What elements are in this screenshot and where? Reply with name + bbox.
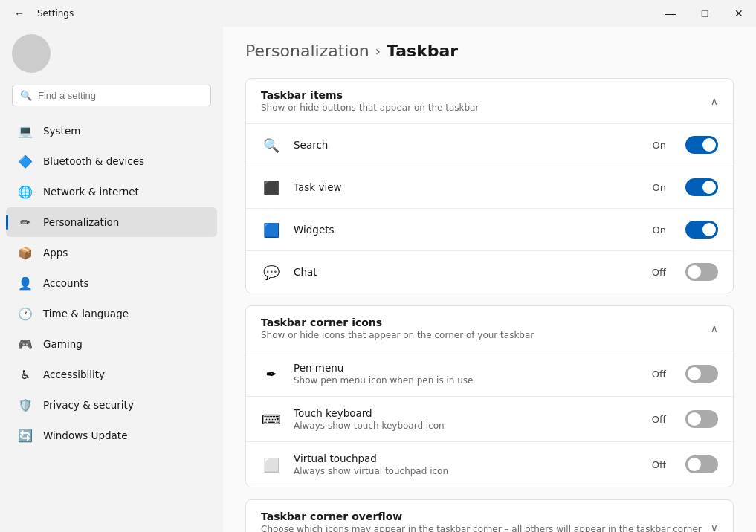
sidebar-item-personalization[interactable]: ✏️ Personalization — [6, 207, 217, 237]
toggle-chat[interactable] — [685, 263, 718, 281]
toggle-thumb-taskview — [702, 181, 716, 194]
toggle-thumb-touch-keyboard — [688, 412, 701, 426]
app-body: 🔍 💻 System 🔷 Bluetooth & devices 🌐 Netwo… — [0, 27, 756, 532]
setting-label-widgets: Widgets — [294, 224, 641, 236]
maximize-button[interactable]: □ — [688, 0, 722, 27]
setting-icon-widgets: 🟦 — [261, 219, 282, 240]
nav-label-time: Time & language — [43, 308, 129, 319]
nav-label-apps: Apps — [43, 247, 68, 259]
section-title-taskbar-corner-icons: Taskbar corner icons — [261, 317, 534, 328]
search-input[interactable] — [38, 90, 203, 101]
toggle-taskview[interactable] — [685, 178, 718, 196]
setting-label-virtual-touchpad: Virtual touchpad — [294, 452, 640, 464]
section-chevron-taskbar-corner-overflow: ∨ — [711, 522, 718, 532]
section-taskbar-corner-icons: Taskbar corner icons Show or hide icons … — [245, 305, 734, 487]
section-header-text-taskbar-corner-overflow: Taskbar corner overflow Choose which ico… — [261, 510, 711, 532]
section-chevron-taskbar-items: ∧ — [711, 95, 718, 107]
setting-label-touch-keyboard: Touch keyboard — [294, 407, 640, 419]
sidebar-item-privacy[interactable]: 🛡️ Privacy & security — [6, 390, 217, 420]
minimize-button[interactable]: — — [653, 0, 688, 27]
setting-status-search: On — [653, 140, 666, 151]
sidebar-item-accessibility[interactable]: ♿ Accessibility — [6, 360, 217, 389]
setting-status-virtual-touchpad: Off — [652, 459, 666, 470]
setting-text-touch-keyboard: Touch keyboard Always show touch keyboar… — [294, 407, 640, 431]
nav-label-update: Windows Update — [43, 429, 127, 441]
setting-label-search: Search — [294, 139, 641, 151]
section-subtitle-taskbar-items: Show or hide buttons that appear on the … — [261, 103, 479, 113]
section-header-text-taskbar-items: Taskbar items Show or hide buttons that … — [261, 89, 479, 113]
section-title-taskbar-items: Taskbar items — [261, 89, 479, 101]
setting-row-widgets: 🟦 Widgets On — [246, 208, 733, 250]
breadcrumb-separator: › — [375, 43, 381, 59]
setting-icon-chat: 💬 — [261, 262, 282, 282]
search-icon: 🔍 — [20, 90, 32, 101]
nav-icon-accessibility: ♿ — [18, 367, 33, 382]
toggle-virtual-touchpad[interactable] — [685, 455, 718, 473]
setting-sublabel-pen-menu: Show pen menu icon when pen is in use — [294, 375, 640, 386]
breadcrumb: Personalization › Taskbar — [245, 42, 734, 60]
section-title-taskbar-corner-overflow: Taskbar corner overflow — [261, 510, 711, 522]
section-header-taskbar-corner-overflow[interactable]: Taskbar corner overflow Choose which ico… — [246, 500, 733, 532]
sidebar-item-accounts[interactable]: 👤 Accounts — [6, 268, 217, 298]
search-box: 🔍 — [12, 85, 211, 106]
setting-text-virtual-touchpad: Virtual touchpad Always show virtual tou… — [294, 452, 640, 476]
nav-label-privacy: Privacy & security — [43, 399, 134, 411]
nav-icon-update: 🔄 — [18, 428, 33, 443]
sidebar-item-time[interactable]: 🕐 Time & language — [6, 299, 217, 328]
title-bar-left: ← Settings — [9, 3, 74, 24]
section-header-taskbar-corner-icons[interactable]: Taskbar corner icons Show or hide icons … — [246, 306, 733, 351]
section-chevron-taskbar-corner-icons: ∧ — [711, 322, 718, 334]
setting-icon-taskview: ⬛ — [261, 177, 282, 198]
setting-label-chat: Chat — [294, 266, 640, 278]
section-taskbar-items: Taskbar items Show or hide buttons that … — [245, 78, 734, 293]
setting-row-chat: 💬 Chat Off — [246, 250, 733, 293]
sidebar-item-bluetooth[interactable]: 🔷 Bluetooth & devices — [6, 146, 217, 176]
toggle-widgets[interactable] — [685, 221, 718, 239]
breadcrumb-current: Taskbar — [387, 42, 458, 60]
section-header-taskbar-items[interactable]: Taskbar items Show or hide buttons that … — [246, 79, 733, 123]
toggle-thumb-chat — [688, 265, 701, 279]
nav-icon-system: 💻 — [18, 123, 33, 138]
breadcrumb-parent: Personalization — [245, 42, 369, 60]
setting-label-taskview: Task view — [294, 181, 641, 193]
nav-icon-personalization: ✏️ — [18, 215, 33, 230]
setting-text-pen-menu: Pen menu Show pen menu icon when pen is … — [294, 362, 640, 386]
user-profile — [0, 27, 223, 85]
search-container: 🔍 — [0, 85, 223, 115]
nav-icon-network: 🌐 — [18, 184, 33, 199]
toggle-thumb-pen-menu — [688, 367, 701, 380]
setting-row-touch-keyboard: ⌨️ Touch keyboard Always show touch keyb… — [246, 396, 733, 441]
nav-label-accessibility: Accessibility — [43, 369, 105, 380]
toggle-thumb-virtual-touchpad — [688, 458, 701, 471]
section-taskbar-corner-overflow: Taskbar corner overflow Choose which ico… — [245, 499, 734, 532]
setting-text-chat: Chat — [294, 266, 640, 278]
sidebar-item-gaming[interactable]: 🎮 Gaming — [6, 329, 217, 359]
window-controls: — □ ✕ — [653, 0, 756, 27]
setting-status-taskview: On — [653, 182, 666, 193]
setting-icon-search: 🔍 — [261, 134, 282, 155]
close-button[interactable]: ✕ — [722, 0, 756, 27]
sidebar-item-system[interactable]: 💻 System — [6, 116, 217, 146]
sidebar-item-network[interactable]: 🌐 Network & internet — [6, 177, 217, 207]
sidebar-item-update[interactable]: 🔄 Windows Update — [6, 421, 217, 450]
toggle-pen-menu[interactable] — [685, 365, 718, 383]
setting-status-touch-keyboard: Off — [652, 414, 666, 425]
toggle-search[interactable] — [685, 136, 718, 154]
section-subtitle-taskbar-corner-icons: Show or hide icons that appear on the co… — [261, 330, 534, 340]
sections-container: Taskbar items Show or hide buttons that … — [245, 78, 734, 532]
setting-label-pen-menu: Pen menu — [294, 362, 640, 374]
title-bar: ← Settings — □ ✕ — [0, 0, 756, 27]
sidebar-item-apps[interactable]: 📦 Apps — [6, 238, 217, 267]
setting-row-taskview: ⬛ Task view On — [246, 166, 733, 208]
section-subtitle-taskbar-corner-overflow: Choose which icons may appear in the tas… — [261, 524, 711, 532]
nav-icon-accounts: 👤 — [18, 276, 33, 291]
toggle-thumb-widgets — [702, 223, 716, 236]
nav-label-gaming: Gaming — [43, 338, 83, 350]
nav-icon-bluetooth: 🔷 — [18, 154, 33, 169]
sidebar: 🔍 💻 System 🔷 Bluetooth & devices 🌐 Netwo… — [0, 27, 223, 532]
toggle-touch-keyboard[interactable] — [685, 410, 718, 428]
setting-row-search: 🔍 Search On — [246, 123, 733, 166]
back-button[interactable]: ← — [9, 3, 30, 24]
nav-label-network: Network & internet — [43, 186, 139, 198]
setting-icon-touch-keyboard: ⌨️ — [261, 409, 282, 429]
